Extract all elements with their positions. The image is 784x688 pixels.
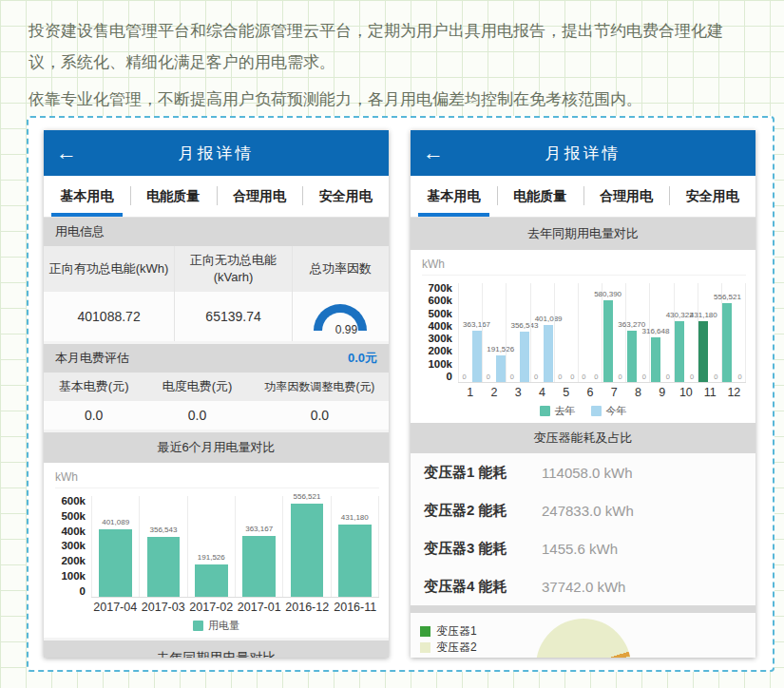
bar-2017-03 xyxy=(147,537,181,597)
yoy-chart-section-header: 去年同期用电量对比 xyxy=(411,218,755,250)
tab-label: 电能质量 xyxy=(146,188,200,205)
y-tick-label: 600k xyxy=(61,496,86,506)
bar-group: 580,3900 xyxy=(602,283,625,382)
intro-paragraph-1: 投资建设售电管理平台和综合能源管理云平台，定期为用户出具用电报告，提出节约电费合… xyxy=(29,15,752,78)
bar-group: 0356,543 xyxy=(507,283,529,382)
legend-label: 去年 xyxy=(555,404,576,418)
transformer-row-3: 变压器3 能耗 1455.6 kWh xyxy=(411,529,755,567)
transformer-2-label: 变压器2 能耗 xyxy=(424,502,530,520)
page-title: 月报详情 xyxy=(456,143,710,164)
usage-header-power-factor: 总功率因数 xyxy=(293,246,389,292)
series-slot: 0 xyxy=(616,283,625,382)
chart-column: 0191,526 xyxy=(482,283,506,382)
tab-label: 基本用电 xyxy=(427,188,480,205)
screenshot-frame: ← 月报详情 基本用电电能质量合理用电安全用电 用电信息 正向有功总电能(kWh… xyxy=(27,116,774,672)
pie-legend-label-2: 变压器2 xyxy=(436,640,477,656)
transformer-section-header: 变压器能耗及占比 xyxy=(411,423,755,453)
bill-section-header: 本月电费评估 0.0元 xyxy=(44,344,389,373)
x-axis-labels: 2017-042017-032017-022017-012016-122016-… xyxy=(91,597,379,614)
tab-power-quality[interactable]: 电能质量 xyxy=(130,176,217,217)
bar-去年-month-9 xyxy=(651,337,660,382)
bar-去年-month-12 xyxy=(722,303,732,382)
y-tick-label: 400k xyxy=(428,321,452,332)
phone-screenshot-right: ← 月报详情 基本用电电能质量合理用电安全用电 去年同期用电量对比 kWh 70… xyxy=(411,130,755,658)
transformer-pie-chart xyxy=(536,619,631,658)
x-tick-label: 3 xyxy=(507,382,530,399)
transformer-3-label: 变压器3 能耗 xyxy=(424,540,530,558)
x-tick-label: 2016-12 xyxy=(283,597,332,614)
x-tick-label: 6 xyxy=(578,382,602,399)
usage-header-row: 正向有功总电能(kWh) 正向无功总电能 (kVarh) 总功率因数 xyxy=(44,246,389,292)
zero-value-label: 0 xyxy=(582,373,585,381)
zero-value-label: 0 xyxy=(594,373,598,381)
x-tick-label: 4 xyxy=(530,382,554,399)
zero-value-label: 0 xyxy=(619,373,622,381)
bar-group: 316,6480 xyxy=(650,283,673,382)
x-tick-label: 9 xyxy=(650,382,674,399)
bar-group: 0363,167 xyxy=(459,283,482,382)
series-slot: 363,270 xyxy=(627,283,637,382)
x-tick-label: 2017-04 xyxy=(91,597,140,614)
series-slot: 191,526 xyxy=(496,283,506,382)
back-arrow-icon[interactable]: ← xyxy=(411,130,456,176)
bill-value-row: 0.0 0.0 0.0 xyxy=(44,401,389,430)
tab-basic-power[interactable]: 基本用电 xyxy=(44,176,130,217)
y-tick-label: 200k xyxy=(61,556,86,566)
legend-label: 用电量 xyxy=(208,619,239,633)
tab-label: 合理用电 xyxy=(233,188,286,205)
yoy-section-header-left: 去年同期用电量对比 xyxy=(44,640,389,658)
zero-value-label: 0 xyxy=(666,373,670,381)
tab-safe-power[interactable]: 安全用电 xyxy=(302,176,389,217)
series-slot: 316,648 xyxy=(651,283,660,382)
phone-screenshot-left: ← 月报详情 基本用电电能质量合理用电安全用电 用电信息 正向有功总电能(kWh… xyxy=(44,130,389,658)
x-axis-labels: 123456789101112 xyxy=(458,382,746,399)
y-tick-label: 100k xyxy=(61,571,86,582)
y-tick-label: 200k xyxy=(428,346,452,356)
tab-reasonable-power[interactable]: 合理用电 xyxy=(583,176,670,217)
yoy-grouped-bar-chart: kWh 700k600k500k400k300k200k100k0 0363,1… xyxy=(411,250,755,423)
pie-legend-label-1: 变压器1 xyxy=(436,623,477,640)
y-tick-label: 0 xyxy=(80,586,86,597)
y-axis-unit-label: kWh xyxy=(422,258,746,276)
y-tick-label: 300k xyxy=(61,541,86,551)
recent6-chart-title: 最近6个月用电量对比 xyxy=(157,439,275,456)
transformer-2-value: 247833.0 kWh xyxy=(542,503,634,519)
series-slot: 0 xyxy=(555,283,564,382)
bill-header-basic: 基本电费(元) xyxy=(44,373,143,401)
tab-safe-power[interactable]: 安全用电 xyxy=(669,176,755,217)
tab-reasonable-power[interactable]: 合理用电 xyxy=(217,176,303,217)
legend-swatch xyxy=(193,621,203,631)
bar-group: 0401,089 xyxy=(531,283,554,382)
zero-value-label: 0 xyxy=(737,373,741,381)
bar-group: 556,5210 xyxy=(722,283,745,382)
chart-column: 316,6480 xyxy=(649,283,673,382)
zero-value-label: 0 xyxy=(534,373,538,381)
pie-legend-item-2: 变压器2 xyxy=(420,640,477,656)
x-tick-label: 2017-02 xyxy=(187,597,236,614)
tab-bar: 基本用电电能质量合理用电安全用电 xyxy=(411,176,755,218)
bar-group: 00 xyxy=(555,283,578,382)
usage-header-active-energy: 正向有功总电能(kWh) xyxy=(44,246,174,292)
pie-legend-item-1: 变压器1 xyxy=(420,623,477,640)
zero-value-label: 0 xyxy=(487,373,490,381)
zero-value-label: 0 xyxy=(690,373,694,381)
active-energy-value: 401088.72 xyxy=(44,292,174,341)
plot-area: 0363,1670191,5260356,5430401,0890000580,… xyxy=(458,283,746,383)
legend-swatch-transformer1 xyxy=(420,626,430,637)
bill-pf-adjust-value: 0.0 xyxy=(251,401,389,430)
tab-power-quality[interactable]: 电能质量 xyxy=(497,176,583,217)
power-factor-gauge: 0.99 xyxy=(293,292,389,341)
bar-value-label: 556,521 xyxy=(294,492,321,501)
back-arrow-icon[interactable]: ← xyxy=(44,130,89,176)
x-tick-label: 2016-11 xyxy=(332,597,380,614)
series-slot: 0 xyxy=(531,283,541,382)
chart-legend: 用电量 xyxy=(53,614,379,636)
bar-今年-month-4 xyxy=(544,325,553,382)
plot-area: 401,089356,543191,526363,167556,521431,1… xyxy=(91,496,379,598)
chart-column: 0363,167 xyxy=(458,283,482,382)
bill-total-value: 0.0元 xyxy=(348,350,377,367)
tab-basic-power[interactable]: 基本用电 xyxy=(411,176,497,217)
bar-去年-month-11 xyxy=(698,321,708,382)
pie-legend: 变压器1 变压器2 xyxy=(420,623,477,656)
bar-今年-month-1 xyxy=(472,331,482,382)
